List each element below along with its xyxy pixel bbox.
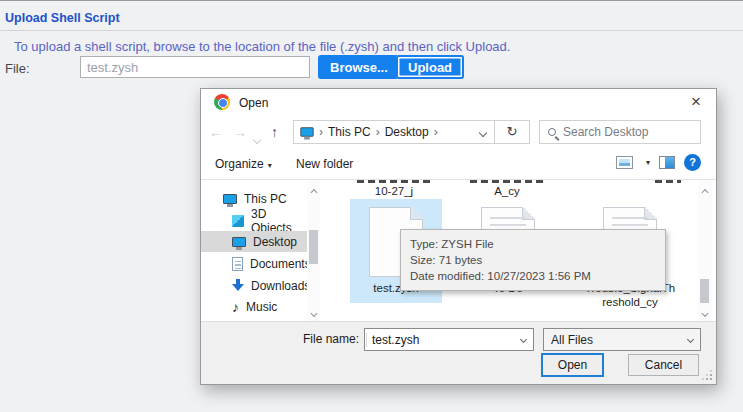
history-chevron-icon[interactable] [254,130,260,146]
scroll-up-icon[interactable] [311,184,316,198]
file-path-input[interactable] [80,56,310,78]
chevron-down-icon[interactable] [687,336,694,343]
up-arrow-icon[interactable]: ↑ [271,124,278,140]
monitor-icon [223,194,237,204]
tooltip-type: Type: ZYSH File [410,236,656,252]
file-type-select[interactable]: All Files [543,328,701,351]
file-list-scrollbar[interactable] [698,180,712,323]
tooltip-date-modified: Date modified: 10/27/2023 1:56 PM [410,268,656,284]
dialog-footer: File name: test.zysh All Files Open Canc… [201,321,716,384]
file-item-partial[interactable] [648,180,688,185]
upload-instruction-text: To upload a shell script, browse to the … [14,39,510,54]
page-title: Upload Shell Script [5,11,120,25]
breadcrumb-this-pc[interactable]: This PC [328,125,371,139]
close-icon[interactable]: × [685,91,707,113]
search-icon [548,128,556,136]
clipped-filename-line [470,180,544,183]
organize-menu-button[interactable]: Organize▾ [215,157,272,171]
file-list: 10-27_j A_cy test.zysh To Do [320,180,698,323]
chevron-down-icon[interactable] [520,336,527,343]
scroll-up-icon[interactable] [703,184,708,198]
view-dropdown-icon[interactable]: ▾ [646,158,650,167]
file-info-tooltip: Type: ZYSH File Size: 71 bytes Date modi… [400,229,666,291]
scroll-down-icon[interactable] [311,305,316,319]
resize-grip[interactable] [710,378,712,380]
title-divider [0,30,743,31]
new-folder-button[interactable]: New folder [296,157,353,171]
thumbnail-view-icon[interactable] [616,156,633,169]
browse-button[interactable]: Browse... [318,55,400,79]
forward-arrow-icon[interactable]: → [233,124,247,140]
breadcrumb-separator: › [319,125,323,139]
this-pc-icon [300,127,313,137]
dialog-title-bar[interactable]: Open × [201,89,716,115]
refresh-button[interactable]: ↻ [494,120,530,144]
navigation-bar: ← → ↑ › This PC › Desktop › ↻ Search Des… [201,115,716,149]
breadcrumb-separator: › [434,125,438,139]
tooltip-size: Size: 71 bytes [410,252,656,268]
breadcrumb-separator: › [376,125,380,139]
sidebar-scrollbar[interactable] [307,180,320,323]
file-field-label: File: [5,61,30,76]
search-placeholder: Search Desktop [563,125,648,139]
dialog-body: This PC 3D Objects Desktop Documents Dow… [201,180,716,323]
breadcrumb-desktop[interactable]: Desktop [385,125,429,139]
dropdown-triangle-icon: ▾ [268,161,272,170]
file-name-label: File name: [261,332,359,346]
clipped-filename-line [357,180,431,183]
sidebar-item-downloads[interactable]: Downloads [201,275,307,296]
refresh-icon: ↻ [507,124,518,139]
upload-button[interactable]: Upload [396,55,464,79]
sidebar-item-desktop[interactable]: Desktop [201,231,307,252]
navigation-sidebar: This PC 3D Objects Desktop Documents Dow… [201,180,307,323]
monitor-icon [232,237,246,247]
cube-icon [232,215,244,227]
dialog-title: Open [239,96,268,110]
sidebar-item-documents[interactable]: Documents [201,253,307,274]
file-item-partial[interactable]: A_cy [467,180,547,197]
file-name-combobox[interactable]: test.zysh [364,328,534,351]
preview-pane-icon[interactable] [659,156,675,169]
address-dropdown-icon[interactable] [480,125,486,139]
clipped-filename-line [655,180,681,183]
music-note-icon: ♪ [232,300,239,314]
sidebar-item-music[interactable]: ♪ Music [201,296,307,317]
help-icon[interactable]: ? [684,154,701,171]
scrollbar-thumb[interactable] [700,279,709,303]
sidebar-item-3d-objects[interactable]: 3D Objects [201,210,307,231]
file-item-partial[interactable]: 10-27_j [354,180,434,197]
scrollbar-thumb[interactable] [309,230,318,264]
chrome-icon [214,94,230,110]
breadcrumb[interactable]: › This PC › Desktop › [293,120,495,144]
download-arrow-icon [232,279,244,292]
document-icon [232,257,243,271]
scroll-down-icon[interactable] [703,305,708,319]
open-file-dialog: Open × ← → ↑ › This PC › Desktop › ↻ Sea… [200,88,717,385]
dialog-toolbar: Organize▾ New folder ▾ ? [201,149,716,179]
open-button[interactable]: Open [541,353,604,377]
back-arrow-icon[interactable]: ← [209,124,223,140]
search-input[interactable]: Search Desktop [539,120,701,144]
cancel-button[interactable]: Cancel [628,354,699,376]
